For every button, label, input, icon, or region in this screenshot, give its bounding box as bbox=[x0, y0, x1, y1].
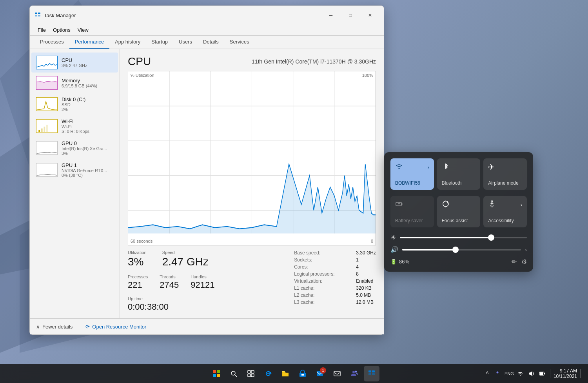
tab-services[interactable]: Services bbox=[224, 36, 255, 49]
file-explorer-button[interactable] bbox=[278, 366, 293, 381]
spec-key-basespeed: Base speed: bbox=[294, 250, 353, 256]
sidebar-item-memory[interactable]: Memory 6.9/15.8 GB (44%) bbox=[31, 73, 118, 93]
spec-val-l3: 12.0 MB bbox=[356, 300, 374, 305]
title-bar-left: Task Manager bbox=[34, 12, 76, 18]
edge-button[interactable] bbox=[260, 366, 276, 381]
volume-thumb[interactable] bbox=[452, 247, 459, 253]
fewer-details-button[interactable]: ∧ Fewer details bbox=[36, 324, 73, 330]
brightness-fill bbox=[400, 237, 491, 238]
menu-file[interactable]: File bbox=[34, 25, 49, 34]
qs-footer-icons: ✏ ⚙ bbox=[512, 258, 527, 265]
network-icon[interactable] bbox=[515, 369, 525, 378]
svg-point-41 bbox=[352, 371, 355, 373]
svg-rect-40 bbox=[334, 371, 340, 376]
volume-arrow-icon[interactable]: › bbox=[525, 247, 527, 253]
menu-view[interactable]: View bbox=[74, 25, 92, 34]
minimize-button[interactable]: ─ bbox=[322, 9, 340, 22]
airplane-icon: ✈ bbox=[488, 162, 495, 172]
tab-performance[interactable]: Performance bbox=[69, 36, 109, 49]
brightness-thumb[interactable] bbox=[488, 234, 494, 241]
qs-tile-battery-saver[interactable]: Battery saver bbox=[390, 196, 434, 227]
disk-sub2: 2% bbox=[62, 107, 113, 112]
task-manager-taskbar-button[interactable] bbox=[364, 366, 379, 381]
spec-table: Base speed: 3.30 GHz Sockets: 1 Cores: 4… bbox=[294, 250, 376, 312]
battery-status: 🔋 86% bbox=[390, 259, 409, 265]
settings-icon[interactable]: ⚙ bbox=[521, 258, 527, 265]
spec-val-l1: 320 KB bbox=[356, 285, 371, 291]
svg-rect-29 bbox=[213, 374, 216, 377]
volume-tray-icon[interactable] bbox=[526, 369, 536, 378]
menu-options[interactable]: Options bbox=[50, 25, 74, 34]
qs-tile-wifi[interactable]: › BOBWIFI56 bbox=[390, 158, 434, 190]
battery-percent: 86% bbox=[399, 259, 409, 265]
clock-time: 9:17 AM bbox=[560, 368, 577, 374]
chart-time-label: 60 seconds bbox=[131, 239, 152, 243]
cpu-thumb bbox=[36, 56, 58, 69]
chart-max-label: 100% bbox=[362, 73, 373, 78]
tab-startup[interactable]: Startup bbox=[146, 36, 173, 49]
sidebar-item-gpu0[interactable]: GPU 0 Intel(R) Iris(R) Xe Gra... 3% bbox=[31, 137, 118, 159]
tab-app-history[interactable]: App history bbox=[109, 36, 146, 49]
gpu1-info: GPU 1 NVIDIA GeForce RTX... 0% (38 °C) bbox=[62, 162, 113, 178]
svg-rect-8 bbox=[38, 15, 40, 16]
threads-value: 2745 bbox=[160, 280, 179, 290]
tray-language-icon[interactable]: ENG bbox=[505, 369, 514, 378]
gpu1-sub1: NVIDIA GeForce RTX... bbox=[62, 168, 113, 173]
battery-icon: 🔋 bbox=[390, 259, 397, 265]
spec-key-l1: L1 cache: bbox=[294, 285, 353, 291]
svg-rect-28 bbox=[217, 370, 220, 373]
gpu0-name: GPU 0 bbox=[62, 140, 113, 146]
sidebar-item-cpu[interactable]: CPU 3% 2.47 GHz bbox=[31, 53, 118, 73]
battery-tray-icon[interactable] bbox=[537, 369, 547, 378]
bluetooth-icon bbox=[442, 162, 450, 172]
qs-wifi-icon-row: › bbox=[395, 162, 429, 172]
utilization-label: Utilization bbox=[128, 250, 147, 255]
tab-users[interactable]: Users bbox=[173, 36, 198, 49]
svg-rect-33 bbox=[248, 370, 250, 373]
qs-tile-focus-assist[interactable]: Focus assist bbox=[437, 196, 481, 227]
start-button[interactable] bbox=[209, 366, 224, 381]
qs-footer: 🔋 86% ✏ ⚙ bbox=[390, 258, 527, 265]
qs-tile-bluetooth[interactable]: Bluetooth bbox=[437, 158, 481, 190]
search-button[interactable] bbox=[226, 366, 241, 381]
chart-y-label: % Utilization bbox=[131, 73, 154, 78]
svg-rect-38 bbox=[301, 374, 304, 376]
sidebar-item-disk[interactable]: Disk 0 (C:) SSD 2% bbox=[31, 93, 118, 115]
speed-value: 2.47 GHz bbox=[162, 256, 209, 268]
sidebar-item-gpu1[interactable]: GPU 1 NVIDIA GeForce RTX... 0% (38 °C) bbox=[31, 159, 118, 181]
gpu0-sub1: Intel(R) Iris(R) Xe Gra... bbox=[62, 146, 113, 151]
svg-rect-11 bbox=[41, 129, 43, 132]
focus-assist-icon bbox=[442, 200, 450, 210]
mail-button[interactable]: 1 bbox=[312, 366, 328, 381]
brightness-track[interactable] bbox=[400, 237, 527, 238]
teams-button[interactable] bbox=[347, 366, 362, 381]
tab-processes[interactable]: Processes bbox=[34, 36, 69, 49]
accessibility-tile-label: Accessibility bbox=[488, 218, 522, 223]
maximize-button[interactable]: □ bbox=[341, 9, 359, 22]
wifi-sub2: S: 0 R: 0 Kbps bbox=[62, 129, 113, 134]
tray-chevron[interactable]: ^ bbox=[483, 369, 492, 378]
svg-rect-50 bbox=[540, 372, 543, 375]
show-desktop-button[interactable] bbox=[580, 369, 583, 378]
disk-sub1: SSD bbox=[62, 102, 113, 107]
chevron-up-icon: ∧ bbox=[36, 324, 40, 330]
task-view-button[interactable] bbox=[243, 366, 259, 381]
airplane-tile-label: Airplane mode bbox=[488, 180, 522, 186]
store-button[interactable] bbox=[295, 366, 310, 381]
close-button[interactable]: ✕ bbox=[361, 9, 379, 22]
tab-details[interactable]: Details bbox=[198, 36, 224, 49]
sidebar-item-wifi[interactable]: Wi-Fi Wi-Fi S: 0 R: 0 Kbps bbox=[31, 115, 118, 137]
svg-rect-34 bbox=[251, 370, 254, 373]
processes-stat: Processes 221 bbox=[128, 274, 148, 290]
svg-rect-27 bbox=[213, 370, 216, 373]
cpu-sub: 3% 2.47 GHz bbox=[62, 63, 113, 68]
brightness-icon: ☀ bbox=[390, 234, 396, 241]
qs-tile-accessibility[interactable]: › Accessibility bbox=[483, 196, 527, 227]
edit-icon[interactable]: ✏ bbox=[512, 258, 517, 265]
tray-teams-icon[interactable] bbox=[494, 369, 503, 378]
volume-track[interactable] bbox=[402, 249, 521, 250]
open-resource-monitor-link[interactable]: ⟳ Open Resource Monitor bbox=[85, 324, 146, 330]
datetime-display[interactable]: 9:17 AM 10/11/2021 bbox=[554, 368, 577, 379]
mail2-button[interactable] bbox=[329, 366, 345, 381]
qs-tile-airplane[interactable]: ✈ Airplane mode bbox=[483, 158, 527, 190]
